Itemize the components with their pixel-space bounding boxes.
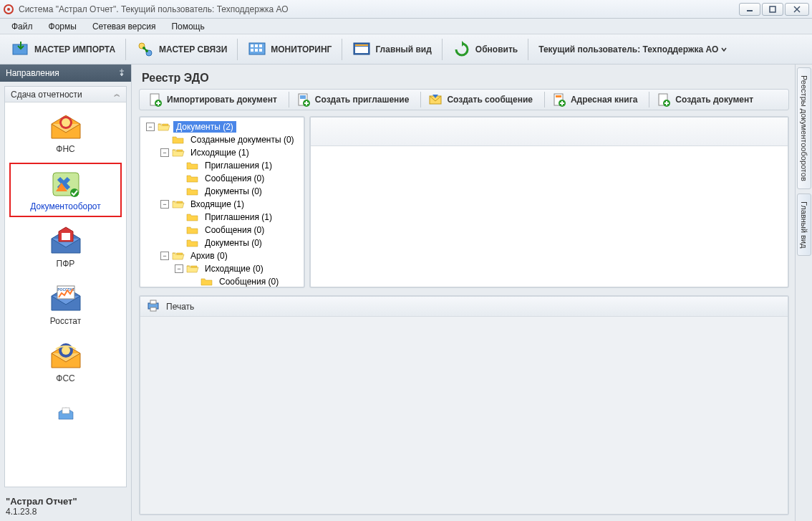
pin-icon[interactable] [118,69,125,77]
tree-label: Созданные документы (0) [188,134,297,145]
print-body [140,317,788,514]
collapse-icon[interactable]: − [160,148,169,157]
menubar: Файл Формы Сетевая версия Помощь [0,19,812,34]
tree-node[interactable]: Документы (0) [142,185,302,198]
import-doc-icon [148,92,163,107]
folder-icon [186,225,199,235]
monitor-label: МОНИТОРИНГ [271,44,332,54]
sidebar-item-label: Документооборот [30,201,101,211]
tree-panel: −Документы (2)Созданные документы (0)−Ис… [139,116,305,288]
tree-node[interactable]: Документы (0) [142,236,302,249]
main-view-button[interactable]: Главный вид [345,37,438,62]
create-msg-icon [428,92,443,107]
import-wizard-button[interactable]: МАСТЕР ИМПОРТА [4,37,122,62]
list-panel [309,116,789,288]
sidebar-section-label: Сдача отчетности [11,90,82,100]
folder-icon [186,161,199,171]
monitoring-button[interactable]: МОНИТОРИНГ [241,37,339,62]
folder-icon [186,264,199,274]
folder-icon [186,212,199,222]
svg-point-25 [70,188,79,197]
sidebar-item-pfr[interactable]: ПФР [9,220,122,274]
import-document-button[interactable]: Импортировать документ [142,90,287,109]
svg-rect-31 [62,408,69,414]
current-user-dropdown[interactable]: Текущий пользователь: Техподдержка АО [531,42,734,57]
tree-node[interactable]: Сообщения (0) [142,275,302,287]
svg-point-10 [142,47,145,49]
grid-header[interactable] [311,118,788,146]
print-label[interactable]: Печать [166,302,194,312]
create-document-button[interactable]: Создать документ [651,90,763,109]
sidebar-item-fns[interactable]: ФНС [9,105,122,160]
tree-node[interactable]: −Исходящие (0) [142,262,302,275]
tree-node[interactable]: −Документы (2) [142,120,302,133]
tree-node[interactable]: −Входящие (1) [142,198,302,211]
rosstat-icon: РОССТАТ [49,283,83,315]
collapse-icon[interactable]: − [160,200,169,209]
maximize-button[interactable] [762,3,783,16]
svg-rect-26 [62,233,70,240]
refresh-button[interactable]: Обновить [445,37,525,62]
address-book-icon [552,92,566,107]
sidebar-section-header[interactable]: Сдача отчетности ︽ [5,87,126,102]
sidebar-item-extra[interactable] [9,392,122,435]
connection-wizard-button[interactable]: МАСТЕР СВЯЗИ [129,37,234,62]
close-button[interactable] [785,3,809,16]
fns-icon [49,111,83,143]
separator [125,39,126,60]
folder-icon [186,186,199,196]
tree-node[interactable]: Сообщения (0) [142,172,302,185]
separator [289,92,289,107]
extra-icon [49,398,83,429]
sidebar-body[interactable]: ФНС Документооборот ПФР [5,102,126,487]
folder-icon [158,122,170,132]
tree-label: Документы (2) [173,121,236,133]
menu-file[interactable]: Файл [4,19,40,34]
tree-node[interactable]: −Архив (0) [142,249,302,262]
vtab-registers[interactable]: Реестры документооборотов [797,67,811,189]
create-message-button[interactable]: Создать сообщение [422,90,543,109]
collapse-icon[interactable]: − [146,123,155,131]
grid-body[interactable] [311,146,788,287]
create-invitation-button[interactable]: Создать приглашение [291,90,420,109]
address-book-button[interactable]: Адресная книга [546,90,647,109]
import-icon [11,40,30,59]
documentooborot-icon [49,168,83,200]
menu-forms[interactable]: Формы [42,19,84,34]
tree-node[interactable]: Созданные документы (0) [142,133,302,146]
svg-point-30 [62,346,70,355]
print-bar: Печать [140,297,788,317]
sidebar-item-documentooborot[interactable]: Документооборот [9,163,122,217]
tree-node[interactable]: Приглашения (1) [142,211,302,224]
user-label: Текущий пользователь: Техподдержка АО [538,44,718,54]
tree-node[interactable]: Сообщения (0) [142,224,302,236]
vtab-main-view[interactable]: Главный вид [797,193,811,256]
collapse-icon[interactable]: − [160,252,169,260]
folder-icon [186,238,199,248]
tree[interactable]: −Документы (2)Созданные документы (0)−Ис… [140,118,304,287]
app-name: "Астрал Отчет" [6,496,125,507]
tree-label: Сообщения (0) [216,276,281,287]
tree-node[interactable]: −Исходящие (1) [142,146,302,159]
svg-rect-17 [255,49,258,52]
folder-icon [186,173,199,183]
svg-rect-20 [355,47,368,53]
tree-label: Архив (0) [188,250,231,262]
collapse-icon[interactable]: − [175,264,183,273]
minimize-button[interactable] [739,3,760,16]
tree-label: Исходящие (0) [202,263,266,274]
sidebar-item-rosstat[interactable]: РОССТАТ Росстат [9,277,122,332]
window-controls [739,3,809,16]
action-bar: Импортировать документ Создать приглашен… [139,89,789,110]
sidebar-header-label: Направления [6,68,59,78]
svg-rect-15 [259,44,262,47]
tree-node[interactable]: Приглашения (1) [142,159,302,172]
right-tabs: Реестры документооборотов Главный вид [795,64,812,521]
menu-network[interactable]: Сетевая версия [85,19,163,34]
titlebar: Система "Астрал Отчет". Текущий пользова… [0,0,812,19]
refresh-icon [453,40,471,59]
svg-rect-18 [259,49,262,52]
sidebar-item-fss[interactable]: ФСС [9,335,122,389]
action-label: Создать приглашение [315,95,410,105]
menu-help[interactable]: Помощь [164,19,211,34]
